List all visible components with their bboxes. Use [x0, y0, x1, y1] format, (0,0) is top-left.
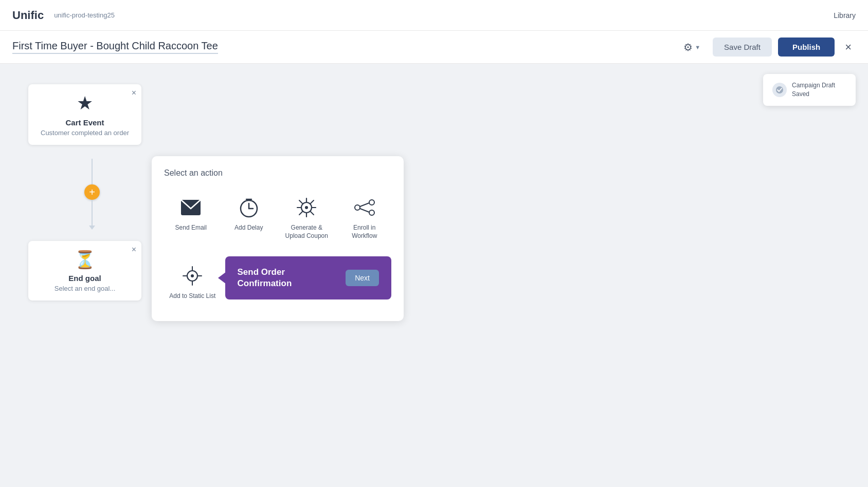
campaign-title: First Time Buyer - Bought Child Raccoon … [12, 40, 218, 54]
cart-event-node: × ★ Cart Event Customer completed an ord… [28, 84, 141, 145]
svg-point-8 [305, 206, 308, 209]
workflow-icon [353, 196, 376, 219]
end-goal-node: × ⏳ End goal Select an end goal... [28, 241, 141, 301]
coupon-icon [295, 196, 318, 219]
nav-right: Library [834, 11, 856, 20]
logo: Unific [12, 9, 44, 22]
action-panel-title: Select an action [164, 168, 391, 178]
add-to-static-list-action[interactable]: Add to Static List [164, 256, 221, 309]
end-goal-close-button[interactable]: × [132, 245, 136, 254]
connector-line: + [84, 159, 100, 230]
svg-line-21 [360, 209, 369, 212]
enroll-workflow-label: Enroll in Workflow [342, 224, 388, 240]
add-delay-action[interactable]: Add Delay [222, 188, 276, 248]
check-icon [772, 83, 787, 97]
library-link[interactable]: Library [834, 11, 856, 20]
svg-point-19 [369, 210, 374, 215]
svg-point-17 [355, 205, 360, 210]
svg-point-23 [191, 274, 194, 277]
save-draft-button[interactable]: Save Draft [713, 38, 772, 57]
close-button[interactable]: × [841, 39, 856, 56]
hourglass-icon: ⏳ [41, 249, 129, 270]
cart-event-title: Cart Event [41, 118, 129, 127]
send-email-label: Send Email [175, 224, 207, 232]
org-name: unific-prod-testing25 [54, 11, 115, 19]
chevron-down-icon: ▼ [695, 44, 700, 50]
static-list-icon [181, 265, 204, 287]
add-delay-label: Add Delay [234, 224, 263, 232]
email-icon [179, 196, 202, 219]
add-to-static-list-label: Add to Static List [169, 292, 215, 301]
line-top [92, 159, 93, 184]
gear-icon: ⚙ [683, 41, 693, 53]
send-email-action[interactable]: Send Email [164, 188, 218, 248]
svg-line-20 [360, 203, 369, 207]
draft-saved-toast: Campaign Draft Saved [763, 74, 856, 106]
publish-button[interactable]: Publish [778, 38, 835, 57]
end-goal-subtitle: Select an end goal... [41, 285, 129, 292]
end-goal-title: End goal [41, 274, 129, 283]
arrow-down-icon [89, 226, 95, 230]
cart-event-subtitle: Customer completed an order [41, 129, 129, 137]
svg-point-18 [369, 200, 374, 205]
settings-button[interactable]: ⚙ ▼ [677, 37, 707, 58]
svg-line-15 [311, 200, 314, 203]
draft-saved-text: Campaign Draft Saved [792, 81, 835, 99]
cart-event-close-button[interactable]: × [132, 88, 136, 98]
top-nav: Unific unific-prod-testing25 Library [0, 0, 868, 31]
svg-line-14 [311, 212, 314, 215]
clock-icon [238, 196, 260, 219]
action-grid: Send Email Add Delay [164, 188, 391, 248]
action-row2: Add to Static List Send Order Confirmati… [164, 256, 391, 309]
line-bottom [92, 200, 93, 226]
tooltip-text: Send Order Confirmation [238, 267, 339, 289]
star-icon: ★ [41, 92, 129, 114]
action-panel: Select an action Send Email [152, 156, 404, 321]
svg-line-16 [299, 212, 302, 215]
next-button[interactable]: Next [346, 270, 379, 286]
canvas: Campaign Draft Saved × ★ Cart Event Cust… [0, 64, 868, 487]
enroll-workflow-action[interactable]: Enroll in Workflow [338, 188, 392, 248]
svg-point-0 [776, 86, 783, 93]
add-action-button[interactable]: + [84, 184, 100, 200]
sub-header: First Time Buyer - Bought Child Raccoon … [0, 31, 868, 64]
send-order-confirmation-tooltip: Send Order Confirmation Next [225, 256, 392, 299]
generate-coupon-label: Generate & Upload Coupon [284, 224, 330, 240]
generate-coupon-action[interactable]: Generate & Upload Coupon [280, 188, 334, 248]
svg-line-13 [299, 200, 302, 203]
sub-header-right: ⚙ ▼ Save Draft Publish × [677, 37, 856, 58]
